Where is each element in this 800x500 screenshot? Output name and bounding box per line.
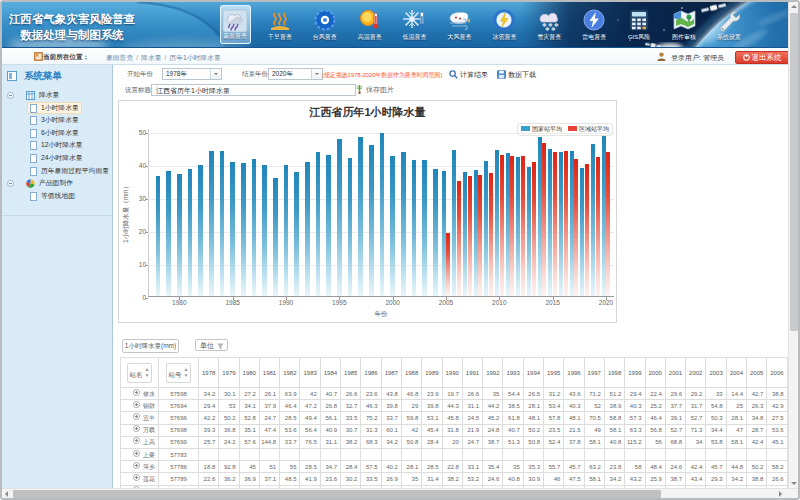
- row-expand-icon[interactable]: [133, 462, 140, 469]
- tree-item-label[interactable]: 3小时降水量: [41, 114, 79, 127]
- nav-item-3[interactable]: 台风普查: [309, 5, 340, 44]
- table-header-cell[interactable]: 1992: [483, 358, 503, 388]
- table-header-cell[interactable]: 1980: [239, 358, 259, 388]
- table-header-cell[interactable]: 2005: [747, 358, 767, 388]
- nav-item-2[interactable]: 干旱普查: [264, 5, 295, 44]
- tree-item-label[interactable]: 1小时降水量: [41, 102, 79, 115]
- station-name-cell[interactable]: 莲花: [121, 473, 159, 485]
- chart-title-input[interactable]: 江西省历年1小时降水量: [151, 84, 356, 96]
- row-expand-icon[interactable]: [133, 425, 140, 432]
- table-row[interactable]: 萍乡5778618.892.845515528.534.728.457.540.…: [121, 461, 794, 473]
- nav-item-4[interactable]: 高温普查: [354, 5, 385, 44]
- tree-toggle-icon[interactable]: [7, 180, 14, 187]
- table-row[interactable]: 万载5769839.336.835.147.453.656.440.930.73…: [121, 424, 794, 436]
- station-name-cell[interactable]: 万载: [121, 424, 159, 436]
- save-image-button[interactable]: 保存图片: [355, 85, 394, 95]
- row-expand-icon[interactable]: [133, 401, 140, 408]
- table-row[interactable]: 宜丰5769642.250.252.824.728.549.456.133.57…: [121, 412, 794, 424]
- tree-item-label[interactable]: 24小时降水量: [41, 152, 83, 165]
- tree-parent[interactable]: 降水量: [2, 89, 113, 102]
- table-header-cell[interactable]: 1985: [341, 358, 361, 388]
- row-expand-icon[interactable]: [133, 389, 140, 396]
- nav-item-12[interactable]: 系统设置: [713, 5, 744, 44]
- vertical-scrollbar[interactable]: [788, 2, 798, 488]
- scroll-down-icon[interactable]: [791, 482, 797, 485]
- start-year-select[interactable]: 1978年: [162, 68, 222, 80]
- breadcrumb-item[interactable]: 历年1小时降水量: [169, 54, 220, 61]
- station-name-cell[interactable]: 萍乡: [121, 461, 159, 473]
- row-expand-icon[interactable]: [133, 474, 140, 481]
- tree-item[interactable]: 24小时降水量: [2, 152, 113, 165]
- table-row[interactable]: 铜鼓5769429.45334.137.946.447.226.832.746.…: [121, 400, 794, 412]
- table-header-cell[interactable]: 1988: [401, 358, 421, 388]
- row-expand-icon[interactable]: [133, 450, 140, 457]
- table-header-cell[interactable]: 1990: [442, 358, 462, 388]
- table-header-cell[interactable]: 1999: [625, 358, 645, 388]
- table-header-cell[interactable]: 2003: [706, 358, 726, 388]
- tree-toggle-icon[interactable]: [7, 92, 14, 99]
- nav-item-10[interactable]: GIS风险: [624, 5, 655, 44]
- vertical-scrollbar-thumb[interactable]: [790, 13, 798, 331]
- table-header-cell[interactable]: 1982: [280, 358, 300, 388]
- table-header-cell[interactable]: 1998: [604, 358, 624, 388]
- tree-item-label[interactable]: 等值线地图: [41, 190, 75, 203]
- tree-item[interactable]: 历年暴雨过程平均雨量: [2, 165, 113, 178]
- table-header-cell[interactable]: 1994: [523, 358, 543, 388]
- table-header-cell[interactable]: 1983: [300, 358, 320, 388]
- table-header-cell[interactable]: 1991: [462, 358, 482, 388]
- tree-item-label[interactable]: 12小时降水量: [41, 139, 83, 152]
- table-row[interactable]: 修水5759834.230.127.226.163.94240.726.623.…: [121, 388, 794, 400]
- unit-button[interactable]: 1小时降水量(mm): [122, 339, 179, 353]
- nav-item-1[interactable]: 暴雨普查: [220, 5, 251, 44]
- table-header-cell[interactable]: 站名▲▼: [121, 358, 159, 388]
- unit-filter-dropdown[interactable]: 单位 -: [195, 339, 228, 351]
- table-header-cell[interactable]: 2000: [645, 358, 665, 388]
- row-expand-icon[interactable]: [133, 413, 140, 420]
- station-name-cell[interactable]: 修水: [121, 388, 159, 400]
- breadcrumb-item[interactable]: 降水量: [141, 54, 161, 61]
- tree-item-label[interactable]: 历年暴雨过程平均雨量: [41, 165, 109, 178]
- nav-item-9[interactable]: 雷电普查: [579, 5, 610, 44]
- table-header-cell[interactable]: 1996: [564, 358, 584, 388]
- table-header-cell[interactable]: 2006: [767, 358, 787, 388]
- horizontal-scrollbar-thumb[interactable]: [13, 490, 661, 498]
- tree-parent-label[interactable]: 降水量: [39, 89, 59, 102]
- table-header-cell[interactable]: 2004: [726, 358, 746, 388]
- scroll-left-icon[interactable]: [5, 491, 8, 497]
- tree-item[interactable]: 等值线地图: [2, 190, 113, 203]
- table-header-cell[interactable]: 2002: [686, 358, 706, 388]
- scroll-right-icon[interactable]: [779, 491, 782, 497]
- breadcrumb-item[interactable]: 暴雨普查: [106, 54, 133, 61]
- tree-parent-label[interactable]: 产品图制作: [39, 177, 73, 190]
- table-header-cell[interactable]: 1981: [259, 358, 279, 388]
- scroll-up-icon[interactable]: [791, 5, 797, 8]
- tree-item[interactable]: 3小时降水量: [2, 114, 113, 127]
- table-header-cell[interactable]: 1979: [219, 358, 239, 388]
- table-header-cell[interactable]: 1986: [361, 358, 381, 388]
- table-header-cell[interactable]: 1993: [503, 358, 523, 388]
- table-row[interactable]: 上栗57783: [121, 448, 794, 460]
- nav-item-7[interactable]: 冰雹普查: [489, 5, 520, 44]
- table-header-cell[interactable]: 1987: [381, 358, 401, 388]
- table-row[interactable]: 上高5769925.724.257.6144.833.776.531.138.2…: [121, 436, 794, 448]
- table-header-cell[interactable]: 1997: [584, 358, 604, 388]
- table-header-cell[interactable]: 1989: [422, 358, 442, 388]
- station-name-cell[interactable]: 铜鼓: [121, 400, 159, 412]
- station-name-cell[interactable]: 上栗: [121, 448, 159, 460]
- table-header-cell[interactable]: 站号▲▼: [159, 358, 199, 388]
- data-download-button[interactable]: 数据下载: [497, 70, 536, 80]
- tree-item[interactable]: 6小时降水量: [2, 127, 113, 140]
- table-header-cell[interactable]: 2001: [665, 358, 685, 388]
- tree-item[interactable]: 12小时降水量: [2, 139, 113, 152]
- nav-item-8[interactable]: ❄❄❄❄❄雪灾普查: [534, 5, 565, 44]
- nav-item-11[interactable]: 图件审核: [669, 5, 700, 44]
- table-header-cell[interactable]: 1984: [320, 358, 340, 388]
- station-name-cell[interactable]: 上高: [121, 436, 159, 448]
- nav-item-6[interactable]: 大风普查: [444, 5, 475, 44]
- row-expand-icon[interactable]: [133, 437, 140, 444]
- tree-item[interactable]: 1小时降水量: [2, 102, 113, 115]
- end-year-select[interactable]: 2020年: [268, 68, 323, 80]
- table-row[interactable]: 莲花5778922.636.236.937.148.541.923.630.23…: [121, 473, 794, 485]
- table-header-cell[interactable]: 1978: [199, 358, 219, 388]
- calc-result-button[interactable]: 计算结果: [449, 70, 488, 80]
